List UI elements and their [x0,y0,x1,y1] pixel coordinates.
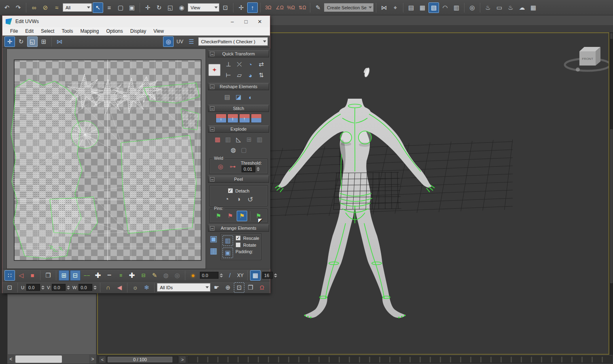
next-frame-button[interactable]: > [179,356,186,363]
pack-full-icon[interactable]: ▣ [223,248,233,258]
mirror-selected-icon[interactable]: ⋈ [54,36,65,47]
threshold-spinner[interactable]: 0.01 [242,165,260,172]
pin-icon[interactable]: ⚑ [213,211,224,221]
render-cloud-icon[interactable]: ☁ [517,2,527,13]
rollout-peel[interactable]: – Peel [208,176,269,183]
grow-selection-icon[interactable]: ⊞ [59,270,69,281]
select-and-link-icon[interactable]: ∞ [29,2,39,13]
close-button[interactable]: ✕ [253,17,267,26]
scroll-right-button[interactable]: > [89,355,96,364]
zoom-icon[interactable]: ⊕ [223,282,233,293]
grid-snap-icon[interactable]: ▦ [250,270,261,281]
mirror-icon[interactable]: ⋈ [379,2,389,13]
undo-icon[interactable]: ↶ [2,2,12,13]
align-horizontal-icon[interactable]: ⊥ [223,59,234,70]
select-and-scale-icon[interactable]: ◱ [165,2,176,13]
options-icon[interactable]: ⊡ [4,282,15,293]
space-horizontal-icon[interactable]: ⇄ [256,59,267,70]
menu-select[interactable]: Select [37,28,58,34]
grow-ring-icon[interactable]: ✚ [127,270,137,281]
space-vertical-icon[interactable]: ⇅ [256,70,267,80]
stitch-custom-icon[interactable]: ↓ [216,114,227,123]
rotate-checkbox[interactable]: Rotate [235,242,256,248]
flatten-smoothing-icon[interactable]: ⊞ [244,134,255,145]
texture-dropdown[interactable]: CheckerPattern ( Checker ) [198,37,268,46]
percent-snap-icon[interactable]: %Ω [286,2,296,13]
freeze-icon[interactable]: ❄ [141,282,152,293]
use-pivot-center-icon[interactable]: ⊡ [220,2,231,13]
material-id-dropdown[interactable]: All IDs [157,283,210,292]
spinner-snap-icon[interactable]: ⇅Ω [297,2,308,13]
break-icon[interactable]: ▥ [223,134,233,145]
snap-toggle-3d-icon[interactable]: 3Ω [263,2,274,13]
peel-mode-icon[interactable]: ◑ [233,194,244,205]
shrink-loop-icon[interactable]: − [104,270,115,281]
selection-filter-dropdown[interactable]: All [63,3,92,12]
redo-icon[interactable]: ↷ [13,2,23,13]
grid-size-spinner[interactable]: 16 [262,272,277,279]
scale-tool-icon[interactable]: ◱ [27,36,38,47]
move-tool-icon[interactable]: ✛ [4,36,15,47]
grow-loop-icon[interactable]: ✚ [93,270,103,281]
target-weld-icon[interactable]: ◎ [215,161,226,172]
soft-selection-icon[interactable]: ◍ [161,270,171,281]
falloff-spinner[interactable]: 0.0 [200,272,223,279]
render-preview-icon[interactable]: ▦ [528,2,539,13]
flatten-angle-icon[interactable]: ◺ [233,134,244,145]
window-crossing-icon[interactable]: ▣ [127,2,137,13]
rollout-arrange[interactable]: – Arrange Elements [208,224,269,232]
unlink-selection-icon[interactable]: ⊘ [40,2,51,13]
pin-move-icon[interactable]: ⚑ [237,211,247,221]
menu-mapping[interactable]: Mapping [76,28,102,34]
material-editor-icon[interactable]: ◎ [467,2,477,13]
menu-view[interactable]: View [150,28,168,34]
minimize-button[interactable]: – [225,17,239,26]
scene-explorer-icon[interactable]: ▤ [406,2,416,13]
flatten-by-smoothing-group-icon[interactable]: ◍ [228,145,239,155]
reset-peel-icon[interactable]: ↺ [245,194,256,205]
stitch-source-icon[interactable]: ↑ [239,114,250,123]
unpin-icon[interactable]: ⚑ [225,211,235,221]
detach-checkbox[interactable]: ✓Detach [228,188,250,193]
paint-select-icon[interactable]: ✎ [149,270,160,281]
uv-canvas[interactable] [6,49,206,269]
horizontal-scrollbar[interactable]: < > [7,355,96,364]
relax-until-flat-icon[interactable]: ▤ [222,92,233,102]
select-and-rotate-icon[interactable]: ↻ [154,2,164,13]
named-selection-sets-dropdown[interactable]: Create Selection Se [324,3,373,12]
schematic-view-icon[interactable]: ▥ [451,2,462,13]
rectangular-selection-region-icon[interactable]: ▢ [115,2,126,13]
align-to-edge-icon[interactable]: ⤫ [234,59,245,70]
rotate-ccw-90-icon[interactable]: ◔ [245,59,256,70]
scrollbar-track[interactable] [15,355,89,364]
quick-peel-icon[interactable]: ◔ [222,194,232,205]
weld-selected-icon[interactable]: ⊶ [227,161,238,172]
edit-uvws-window[interactable]: Edit UVWs – □ ✕ File Edit Select Tools M… [2,15,270,293]
right-scrollbar[interactable] [609,32,613,355]
lock-selection-icon[interactable]: ∩ [103,282,113,293]
rotate-cw-90-icon[interactable]: ◕ [245,70,256,80]
flatten-custom-icon[interactable]: ▢ [239,145,249,155]
scrollbar-thumb[interactable] [15,356,62,363]
time-slider-track[interactable]: 0 / 100 [107,356,178,363]
time-slider-thumb[interactable]: 0 / 100 [108,357,172,362]
flatten-materials-icon[interactable]: ▥ [255,134,265,145]
curve-editor-icon[interactable]: ◠ [440,2,450,13]
render-production-icon[interactable]: ♨ [505,2,516,13]
select-and-place-icon[interactable]: ◉ [176,2,187,13]
maximize-button[interactable]: □ [239,17,253,26]
rearrange-icon[interactable]: ▥ [223,235,233,246]
uv-canvas-svg[interactable] [7,49,206,269]
align-icon[interactable]: ⌖ [390,2,401,13]
rescale-checkbox[interactable]: ✓Rescale [235,235,259,241]
reference-coordinate-dropdown[interactable]: View [188,3,219,12]
select-object-icon[interactable]: ↖ [93,2,103,13]
snap-icon[interactable]: Ω [257,282,267,293]
window-titlebar[interactable]: Edit UVWs – □ ✕ [2,16,270,27]
shrink-selection-icon[interactable]: ⊟ [70,270,81,281]
render-setup-icon[interactable]: ♨ [483,2,493,13]
vertex-mode-icon[interactable]: ∷ [4,270,15,281]
menu-file[interactable]: File [6,28,21,34]
linear-align-icon[interactable]: ▱ [234,70,245,80]
align-vertical-icon[interactable]: ⊢ [223,70,234,80]
